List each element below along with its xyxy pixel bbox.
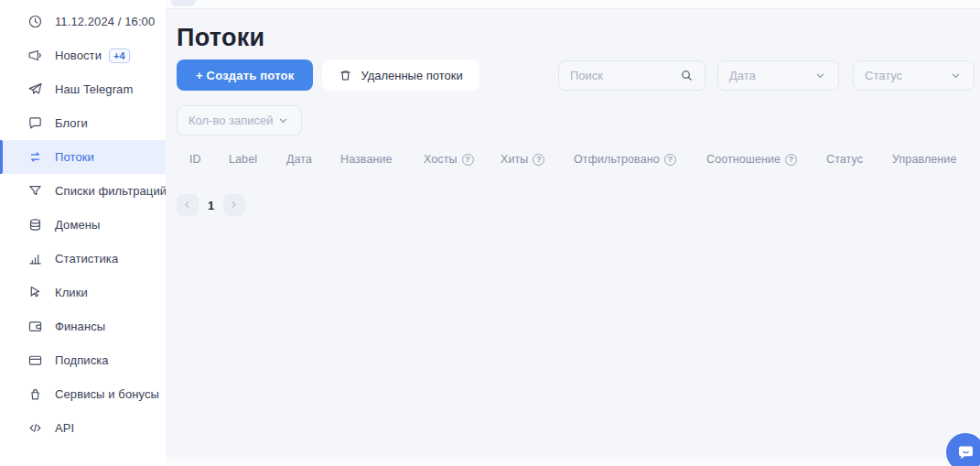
column-label: Отфильтровано — [574, 153, 660, 166]
table-column-header: Управление — [892, 153, 957, 166]
secondary-toolbar: Кол-во записей — [177, 105, 975, 135]
wallet-icon — [27, 319, 43, 334]
sidebar-item-label: Подписка — [55, 353, 109, 367]
sidebar-item-label: Наш Telegram — [55, 82, 133, 96]
sidebar: 11.12.2024 / 16:00 Новости +4 Наш Telegr… — [0, 0, 166, 466]
page-title: Потоки — [177, 24, 975, 51]
table-column-header: Хосты — [424, 153, 501, 166]
column-label: Хосты — [424, 153, 458, 166]
app-window: 11.12.2024 / 16:00 Новости +4 Наш Telegr… — [0, 0, 980, 466]
sidebar-item-label: Финансы — [55, 320, 105, 333]
column-label: Label — [229, 153, 257, 166]
table-column-header: ID — [189, 153, 229, 166]
deleted-streams-button[interactable]: Удаленные потоки — [322, 60, 479, 91]
chevron-down-icon — [949, 69, 963, 82]
sidebar-item-blogs[interactable]: Блоги — [0, 106, 166, 140]
sidebar-item-domains[interactable]: Домены — [0, 208, 166, 242]
chevron-right-icon — [228, 199, 242, 212]
column-label: Хиты — [501, 153, 528, 166]
top-tab-remnant — [171, 0, 196, 6]
help-icon[interactable] — [533, 154, 544, 166]
table-column-header: Соотношение — [706, 153, 826, 166]
chevron-left-icon — [181, 199, 195, 212]
column-label: Название — [340, 153, 393, 166]
toolbar: + Создать поток Удаленные потоки Поиск Д… — [177, 60, 975, 91]
megaphone-icon — [27, 48, 43, 63]
search-placeholder: Поиск — [570, 69, 603, 82]
status-filter-select[interactable]: Статус — [853, 60, 975, 91]
table-column-header: Статус — [826, 153, 892, 166]
table-header: ID Label Дата Название Хосты — [177, 151, 975, 168]
top-strip — [166, 0, 980, 9]
prev-page-button[interactable] — [177, 194, 199, 216]
sidebar-item-filter-lists[interactable]: Списки фильтраций — [0, 174, 166, 208]
sidebar-item-finance[interactable]: Финансы — [0, 309, 166, 343]
chat-widget-button[interactable] — [946, 433, 980, 466]
help-icon[interactable] — [785, 154, 797, 166]
sidebar-item-label: 11.12.2024 / 16:00 — [55, 15, 155, 28]
column-label: Управление — [892, 153, 957, 166]
sidebar-item-label: Домены — [55, 218, 100, 232]
sidebar-item-label: Потоки — [55, 150, 94, 164]
trash-icon — [339, 69, 352, 82]
table-column-header: Отфильтровано — [574, 153, 706, 166]
sidebar-item-clicks[interactable]: Клики — [0, 276, 166, 309]
status-filter-label: Статус — [865, 69, 902, 82]
date-filter-select[interactable]: Дата — [717, 60, 839, 91]
clock-icon — [27, 14, 43, 29]
date-filter-label: Дата — [729, 69, 756, 82]
sidebar-item-subscription[interactable]: Подписка — [0, 343, 166, 377]
database-icon — [27, 217, 43, 233]
chat-icon — [27, 115, 43, 131]
pagination: 1 — [177, 194, 975, 216]
search-icon — [680, 69, 694, 82]
chat-bubble-icon — [956, 443, 975, 462]
chevron-down-icon — [813, 69, 827, 82]
sidebar-item-label: Новости — [55, 49, 102, 62]
content: Потоки + Создать поток Удаленные потоки … — [166, 24, 980, 216]
current-page: 1 — [208, 199, 214, 212]
sidebar-item-statistics[interactable]: Статистика — [0, 242, 166, 276]
table-column-header: Label — [229, 153, 286, 166]
sidebar-item-label: Блоги — [55, 116, 88, 130]
next-page-button[interactable] — [223, 194, 245, 216]
sidebar-item-telegram[interactable]: Наш Telegram — [0, 72, 166, 106]
sidebar-item-news[interactable]: Новости +4 — [0, 38, 166, 72]
bar-chart-icon — [27, 251, 43, 266]
credit-card-icon — [27, 352, 43, 368]
records-count-select[interactable]: Кол-во записей — [177, 105, 302, 135]
search-input[interactable]: Поиск — [558, 60, 705, 91]
column-label: Статус — [826, 153, 863, 166]
column-label: Соотношение — [706, 153, 781, 166]
sidebar-item-label: Сервисы и бонусы — [55, 387, 159, 401]
news-count-badge: +4 — [109, 49, 130, 63]
help-icon[interactable] — [664, 154, 676, 166]
records-count-label: Кол-во записей — [188, 114, 274, 127]
filter-icon — [27, 183, 43, 199]
table-column-header: Дата — [286, 153, 340, 166]
sidebar-item-label: Клики — [55, 286, 88, 299]
table-column-header: Хиты — [501, 153, 574, 166]
sidebar-item-label: Статистика — [55, 252, 118, 266]
gift-icon — [27, 386, 43, 402]
column-label: ID — [189, 153, 201, 166]
create-stream-button[interactable]: + Создать поток — [177, 60, 313, 91]
sidebar-item-streams[interactable]: Потоки — [0, 140, 166, 174]
sidebar-item-services[interactable]: Сервисы и бонусы — [0, 377, 166, 411]
sidebar-item-datetime: 11.12.2024 / 16:00 — [0, 5, 166, 38]
table-column-header: Название — [340, 153, 424, 166]
sidebar-item-api[interactable]: API — [0, 411, 166, 445]
chevron-down-icon — [276, 114, 290, 127]
sync-icon — [27, 149, 43, 165]
cursor-icon — [27, 285, 43, 300]
code-icon — [27, 420, 43, 436]
deleted-streams-label: Удаленные потоки — [361, 69, 462, 82]
main-area: Потоки + Создать поток Удаленные потоки … — [166, 0, 980, 466]
sidebar-item-label: API — [55, 421, 74, 435]
help-icon[interactable] — [462, 154, 474, 166]
telegram-icon — [27, 81, 43, 97]
sidebar-item-label: Списки фильтраций — [55, 184, 167, 198]
column-label: Дата — [286, 153, 312, 166]
